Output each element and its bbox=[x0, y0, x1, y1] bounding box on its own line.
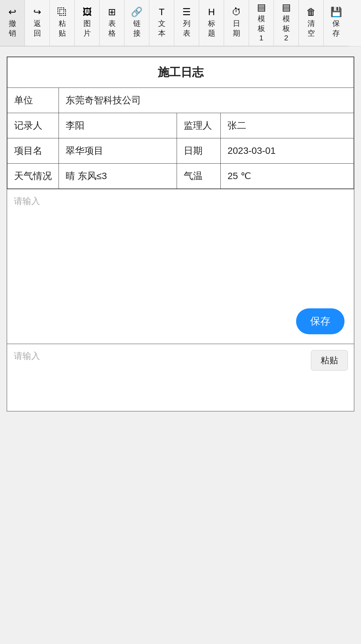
save-icon: 💾 bbox=[330, 7, 342, 17]
date-value[interactable]: 2023-03-01 bbox=[221, 138, 354, 163]
undo-label: 撤销 bbox=[9, 19, 16, 38]
paste-icon: ⿻ bbox=[58, 7, 67, 17]
link-label: 链接 bbox=[133, 19, 141, 38]
unit-value[interactable]: 东莞奇智科技公司 bbox=[59, 88, 354, 113]
document-table: 施工日志 单位 东莞奇智科技公司 记录人 李阳 监理人 张二 项目名 翠华项目 … bbox=[7, 57, 354, 189]
recorder-row: 记录人 李阳 监理人 张二 bbox=[7, 113, 354, 138]
text-label: 文本 bbox=[158, 19, 166, 38]
date-label: 日期 bbox=[177, 138, 221, 163]
project-row: 项目名 翠华项目 日期 2023-03-01 bbox=[7, 138, 354, 163]
table-label: 表格 bbox=[108, 19, 116, 38]
unit-label: 单位 bbox=[7, 88, 59, 113]
paste-button[interactable]: 粘贴 bbox=[311, 350, 348, 371]
project-label: 项目名 bbox=[7, 138, 59, 163]
main-text-area-section: 请输入 保存 bbox=[7, 189, 354, 344]
clear-icon: 🗑 bbox=[306, 7, 316, 17]
weather-row: 天气情况 晴 东风≤3 气温 25 ℃ bbox=[7, 163, 354, 189]
text-icon: T bbox=[159, 7, 165, 17]
second-input-placeholder[interactable]: 请输入 bbox=[14, 350, 347, 362]
template1-icon: ▤ bbox=[257, 3, 266, 12]
heading-icon: H bbox=[208, 7, 215, 17]
list-icon: ☰ bbox=[182, 7, 191, 17]
text-area-placeholder[interactable]: 请输入 bbox=[7, 189, 354, 213]
link-icon: 🔗 bbox=[131, 7, 143, 17]
temperature-value[interactable]: 25 ℃ bbox=[221, 163, 354, 189]
recorder-value[interactable]: 李阳 bbox=[59, 113, 177, 138]
toolbar-btn-paste[interactable]: ⿻粘贴 bbox=[50, 0, 75, 46]
toolbar-btn-template1[interactable]: ▤模板1 bbox=[249, 0, 274, 46]
toolbar-btn-list[interactable]: ☰列表 bbox=[174, 0, 199, 46]
toolbar-btn-heading[interactable]: H标题 bbox=[199, 0, 224, 46]
undo-icon: ↩ bbox=[8, 7, 16, 17]
toolbar-btn-date[interactable]: ⏱日期 bbox=[224, 0, 249, 46]
template1-label: 模板1 bbox=[258, 14, 265, 43]
template2-label: 模板2 bbox=[283, 14, 290, 43]
toolbar-btn-image[interactable]: 🖼图片 bbox=[75, 0, 100, 46]
recorder-label: 记录人 bbox=[7, 113, 59, 138]
save-label: 保存 bbox=[332, 19, 340, 38]
toolbar-btn-table[interactable]: ⊞表格 bbox=[100, 0, 124, 46]
redo-icon: ↪ bbox=[33, 7, 41, 17]
toolbar-btn-redo[interactable]: ↪返回 bbox=[25, 0, 50, 46]
paste-label: 粘贴 bbox=[59, 19, 66, 38]
redo-label: 返回 bbox=[34, 19, 41, 38]
toolbar-btn-template2[interactable]: ▤模板2 bbox=[274, 0, 299, 46]
toolbar-btn-save[interactable]: 💾保存 bbox=[324, 0, 349, 46]
date-label: 日期 bbox=[233, 19, 240, 38]
unit-row: 单位 东莞奇智科技公司 bbox=[7, 88, 354, 113]
weather-label: 天气情况 bbox=[7, 163, 59, 189]
table-icon: ⊞ bbox=[108, 7, 116, 17]
toolbar: ↩撤销↪返回⿻粘贴🖼图片⊞表格🔗链接T文本☰列表H标题⏱日期▤模板1▤模板2🗑清… bbox=[0, 0, 361, 46]
clear-label: 清空 bbox=[308, 19, 315, 38]
toolbar-btn-text[interactable]: T文本 bbox=[149, 0, 174, 46]
date-icon: ⏱ bbox=[232, 7, 241, 17]
toolbar-btn-link[interactable]: 🔗链接 bbox=[124, 0, 149, 46]
second-input-section: 请输入 粘贴 bbox=[7, 344, 354, 411]
toolbar-btn-clear[interactable]: 🗑清空 bbox=[299, 0, 324, 46]
image-icon: 🖼 bbox=[82, 7, 92, 17]
document-title: 施工日志 bbox=[7, 57, 354, 88]
main-content: 施工日志 单位 东莞奇智科技公司 记录人 李阳 监理人 张二 项目名 翠华项目 … bbox=[7, 57, 354, 411]
temperature-label: 气温 bbox=[177, 163, 221, 189]
list-label: 列表 bbox=[183, 19, 190, 38]
project-value[interactable]: 翠华项目 bbox=[59, 138, 177, 163]
template2-icon: ▤ bbox=[282, 3, 291, 12]
weather-value[interactable]: 晴 东风≤3 bbox=[59, 163, 177, 189]
supervisor-value[interactable]: 张二 bbox=[221, 113, 354, 138]
heading-label: 标题 bbox=[208, 19, 215, 38]
image-label: 图片 bbox=[83, 19, 91, 38]
title-row: 施工日志 bbox=[7, 57, 354, 88]
toolbar-btn-undo[interactable]: ↩撤销 bbox=[0, 0, 25, 46]
save-float-button[interactable]: 保存 bbox=[296, 308, 345, 334]
supervisor-label: 监理人 bbox=[177, 113, 221, 138]
